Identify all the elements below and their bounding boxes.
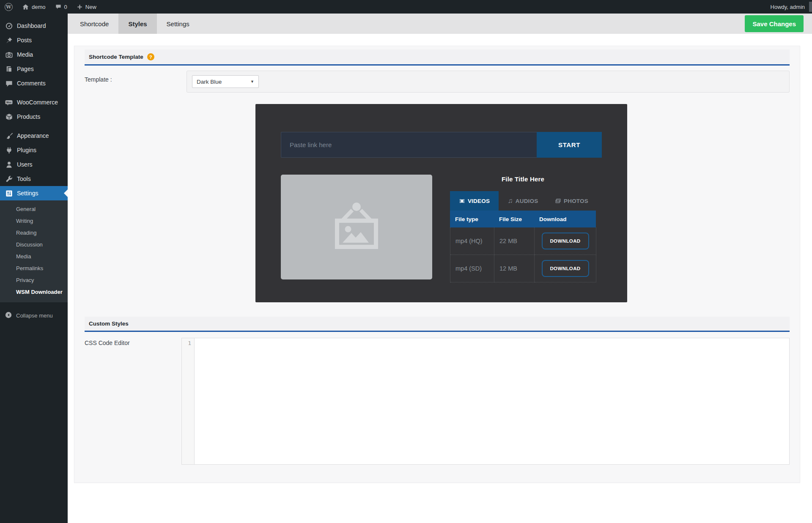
wrench-icon	[5, 175, 13, 183]
site-name-link[interactable]: demo	[17, 0, 50, 14]
download-cell: DOWNLOAD	[535, 227, 596, 255]
media-type-tabs: VIDEOS ♫ AUDIOS PHOTOS	[450, 191, 596, 211]
file-type-cell: mp4 (HQ)	[450, 227, 494, 255]
avatar[interactable]	[809, 2, 812, 12]
wordpress-logo-icon: W	[5, 3, 13, 11]
wp-logo-menu[interactable]: W	[0, 0, 17, 14]
chevron-down-icon: ▼	[250, 79, 254, 84]
file-title: File Title Here	[450, 175, 596, 183]
collapse-menu-button[interactable]: Collapse menu	[0, 308, 68, 323]
submenu-item-wsm-downloader[interactable]: WSM Downloader	[0, 286, 68, 298]
sidebar-item-comments[interactable]: Comments	[0, 76, 68, 90]
tab-styles[interactable]: Styles	[118, 14, 156, 34]
column-header-file-type: File type	[450, 211, 494, 227]
tab-shortcode[interactable]: Shortcode	[70, 14, 118, 34]
link-row: START	[281, 132, 602, 158]
plus-icon	[77, 4, 83, 10]
download-cell: DOWNLOAD	[535, 255, 596, 282]
table-row: mp4 (SD) 12 MB DOWNLOAD	[450, 255, 596, 282]
sliders-icon	[5, 189, 13, 197]
template-form-row: Template : Dark Blue ▼	[85, 71, 790, 93]
submenu-item-discussion[interactable]: Discussion	[0, 239, 68, 251]
box-icon	[5, 112, 13, 121]
howdy-account-link[interactable]: Howdy, admin	[766, 4, 809, 10]
menu-separator	[0, 124, 68, 129]
sidebar-item-label: Plugins	[17, 147, 36, 153]
picture-frame-icon	[324, 201, 389, 253]
paste-link-input[interactable]	[281, 132, 537, 158]
tab-settings[interactable]: Settings	[157, 14, 199, 34]
css-editor-row: CSS Code Editor 1	[85, 338, 790, 465]
sidebar-item-plugins[interactable]: Plugins	[0, 143, 68, 157]
download-button[interactable]: DOWNLOAD	[542, 260, 589, 277]
submenu-item-media[interactable]: Media	[0, 251, 68, 263]
sidebar-item-label: Comments	[17, 80, 46, 87]
sidebar-item-label: Appearance	[17, 132, 49, 139]
sidebar-item-dashboard[interactable]: Dashboard	[0, 19, 68, 33]
code-input-area[interactable]	[195, 338, 789, 464]
sidebar-item-users[interactable]: Users	[0, 157, 68, 172]
comment-bubble-icon	[55, 3, 62, 10]
file-type-cell: mp4 (SD)	[450, 255, 494, 282]
save-changes-button[interactable]: Save Changes	[745, 15, 804, 32]
main-content: Shortcode Styles Settings Save Changes S…	[68, 14, 812, 523]
sidebar-item-appearance[interactable]: Appearance	[0, 129, 68, 143]
comments-shortcut[interactable]: 0	[50, 0, 72, 14]
admin-bar: W demo 0 New Howdy, admin	[0, 0, 812, 14]
sidebar-item-pages[interactable]: Pages	[0, 62, 68, 76]
submenu-item-general[interactable]: General	[0, 203, 68, 215]
new-label: New	[85, 4, 96, 10]
site-name-label: demo	[32, 4, 46, 10]
tab-photos[interactable]: PHOTOS	[547, 191, 596, 211]
sidebar-item-label: Dashboard	[17, 22, 46, 29]
sidebar-item-label: Users	[17, 161, 33, 168]
settings-submenu: General Writing Reading Discussion Media…	[0, 200, 68, 302]
shortcode-template-section-header: Shortcode Template ?	[85, 49, 790, 66]
admin-menu: Dashboard Posts Media Pages	[0, 14, 68, 323]
gauge-icon	[5, 22, 13, 30]
css-code-editor[interactable]: 1	[181, 338, 790, 465]
pages-icon	[5, 65, 13, 73]
column-header-file-size: File Size	[494, 211, 534, 227]
camera-icon	[5, 50, 13, 59]
submenu-item-permalinks[interactable]: Permalinks	[0, 263, 68, 274]
sidebar-item-settings[interactable]: Settings	[0, 186, 68, 200]
styles-panel: Shortcode Template ? Template : Dark Blu…	[74, 46, 800, 483]
sidebar-item-label: Settings	[17, 190, 38, 197]
tab-audios[interactable]: ♫ AUDIOS	[499, 191, 547, 211]
line-number-gutter: 1	[182, 338, 195, 464]
file-size-cell: 12 MB	[494, 255, 535, 282]
tab-videos[interactable]: VIDEOS	[450, 191, 499, 211]
sidebar-item-label: Products	[17, 113, 40, 120]
wordpress-admin-screen: W demo 0 New Howdy, admin	[0, 0, 812, 523]
file-size-cell: 22 MB	[494, 227, 535, 255]
help-icon[interactable]: ?	[147, 53, 154, 60]
template-label: Template :	[85, 71, 187, 93]
sidebar-item-label: Media	[17, 51, 33, 58]
brush-icon	[5, 131, 13, 140]
submenu-item-reading[interactable]: Reading	[0, 227, 68, 239]
photos-icon	[555, 198, 561, 204]
column-header-download: Download	[534, 211, 596, 227]
sidebar-item-label: Posts	[17, 37, 32, 44]
collapse-arrow-icon	[5, 311, 12, 320]
section-title: Custom Styles	[89, 320, 129, 327]
sidebar-item-media[interactable]: Media	[0, 47, 68, 62]
menu-separator	[0, 90, 68, 95]
css-editor-label: CSS Code Editor	[85, 338, 181, 465]
start-button[interactable]: START	[537, 132, 602, 158]
sidebar-item-posts[interactable]: Posts	[0, 33, 68, 47]
home-icon	[22, 3, 29, 11]
sidebar-item-tools[interactable]: Tools	[0, 172, 68, 186]
comments-count: 0	[64, 4, 67, 10]
download-button[interactable]: DOWNLOAD	[542, 233, 589, 249]
table-row: mp4 (HQ) 22 MB DOWNLOAD	[450, 227, 596, 255]
new-content-menu[interactable]: New	[72, 0, 101, 14]
template-select[interactable]: Dark Blue ▼	[192, 75, 259, 88]
sidebar-item-woocommerce[interactable]: Woo WooCommerce	[0, 95, 68, 110]
file-table-body: mp4 (HQ) 22 MB DOWNLOAD mp4 (SD) 12 MB	[450, 227, 596, 282]
submenu-item-privacy[interactable]: Privacy	[0, 274, 68, 286]
sidebar-item-products[interactable]: Products	[0, 110, 68, 124]
collapse-menu-label: Collapse menu	[16, 312, 53, 319]
submenu-item-writing[interactable]: Writing	[0, 215, 68, 227]
